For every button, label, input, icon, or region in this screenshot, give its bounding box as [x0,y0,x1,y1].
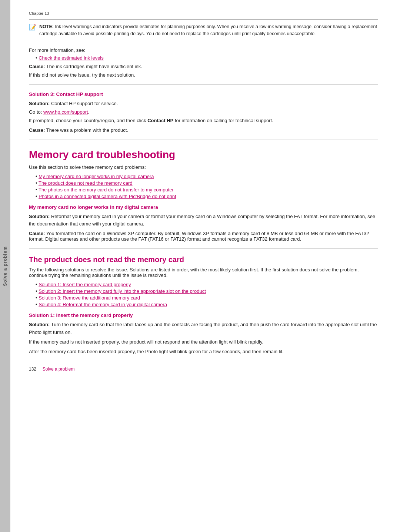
for-more-label: For more information, see: [29,47,378,53]
main-content: Chapter 13 📝 NOTE: Ink level warnings an… [10,0,400,532]
chapter-label: Chapter 13 [29,11,378,16]
memory-link-0[interactable]: My memory card no longer works in my dig… [39,174,154,179]
pnr-link-item-0: Solution 1: Insert the memory card prope… [36,282,378,287]
solution3-heading: Solution 3: Contact HP support [29,91,378,97]
memory-link-3[interactable]: Photos in a connected digital camera wit… [39,194,176,199]
cause-label-1: Cause: [29,64,45,69]
memory-link-item-1: The product does not read the memory car… [36,180,378,186]
pnr-link-3[interactable]: Solution 4: Reformat the memory card in … [39,302,167,307]
pnr-link-item-2: Solution 3: Remove the additional memory… [36,295,378,301]
memory-link-item-2: The photos on the memory card do not tra… [36,187,378,193]
pnr-link-1[interactable]: Solution 2: Insert the memory card fully… [39,288,206,294]
contact-hp-post: for information on calling for technical… [173,118,273,123]
my-memory-card-heading: My memory card no longer works in my dig… [29,204,378,210]
note-body: Ink level warnings and indicators provid… [39,24,377,36]
my-memory-solution-label: Solution: [29,214,50,219]
cause-text-1: The ink cartridges might have insufficie… [46,64,142,69]
footer-label: Solve a problem [43,367,75,372]
section-divider-1 [29,84,378,85]
contact-hp-bold: Contact HP [147,118,173,123]
cause-line-1: Cause: The ink cartridges might have ins… [29,64,378,69]
goto-line: Go to: www.hp.com/support. [29,109,378,115]
top-divider [29,19,378,20]
product-not-read-intro: Try the following solutions to resolve t… [29,267,378,278]
pnr-link-item-1: Solution 2: Insert the memory card fully… [36,288,378,294]
memory-section-intro: Use this section to solve these memory c… [29,164,378,170]
memory-link-item-0: My memory card no longer works in my dig… [36,174,378,179]
note-box: 📝 NOTE: Ink level warnings and indicator… [29,23,378,42]
ink-levels-link-item: Check the estimated ink levels [36,55,378,61]
my-memory-cause: Cause: You formatted the card on a Windo… [29,231,378,242]
my-memory-cause-label: Cause: [29,231,45,236]
solution1-insert-body: Turn the memory card so that the label f… [29,322,377,335]
pnr-link-0[interactable]: Solution 1: Insert the memory card prope… [39,282,131,287]
solution1-insert-heading: Solution 1: Insert the memory card prope… [29,312,378,318]
solution3-label: Solution: [29,101,50,106]
note-label: NOTE: [39,24,54,29]
cause-label-s3: Cause: [29,127,45,133]
page-number: 132 [29,367,36,372]
page-footer: 132 Solve a problem [29,367,378,372]
goto-label: Go to: [29,109,43,115]
note-text: NOTE: Ink level warnings and indicators … [39,23,378,37]
side-tab-label: Solve a problem [3,246,8,286]
pnr-link-item-3: Solution 4: Reformat the memory card in … [36,302,378,307]
product-not-read-title: The product does not read the memory car… [29,255,378,264]
section-divider-3 [29,248,378,249]
memory-link-2[interactable]: The photos on the memory card do not tra… [39,187,174,193]
memory-link-item-3: Photos in a connected digital camera wit… [36,194,378,199]
solution1-insert-body1: If the memory card is not inserted prope… [29,338,378,346]
memory-card-title: Memory card troubleshooting [29,149,378,161]
solution1-insert-text: Solution: Turn the memory card so that t… [29,321,378,336]
contact-hp-text: If prompted, choose your country/region,… [29,117,378,124]
check-ink-levels-link[interactable]: Check the estimated ink levels [39,55,104,61]
memory-link-1[interactable]: The product does not read the memory car… [39,180,133,186]
my-memory-solution-text: Solution: Reformat your memory card in y… [29,213,378,228]
my-memory-cause-text: You formatted the card on a Windows XP c… [29,231,369,242]
section-divider-2 [29,140,378,140]
solution3-text: Solution: Contact HP support for service… [29,100,378,107]
pnr-link-2[interactable]: Solution 3: Remove the additional memory… [39,295,140,301]
solution1-insert-body2: After the memory card has been inserted … [29,348,378,355]
solution1-insert-label: Solution: [29,322,50,327]
cause-text-s3: There was a problem with the product. [46,127,128,133]
note-icon: 📝 [29,24,36,37]
cause-line-s3: Cause: There was a problem with the prod… [29,127,378,133]
if-not-solve: If this did not solve the issue, try the… [29,72,378,78]
contact-hp-pre: If prompted, choose your country/region,… [29,118,147,123]
hp-support-link[interactable]: www.hp.com/support [43,109,88,115]
my-memory-solution-body: Reformat your memory card in your camera… [29,214,375,227]
solution3-body: Contact HP support for service. [51,101,118,106]
side-tab: Solve a problem [0,0,10,532]
